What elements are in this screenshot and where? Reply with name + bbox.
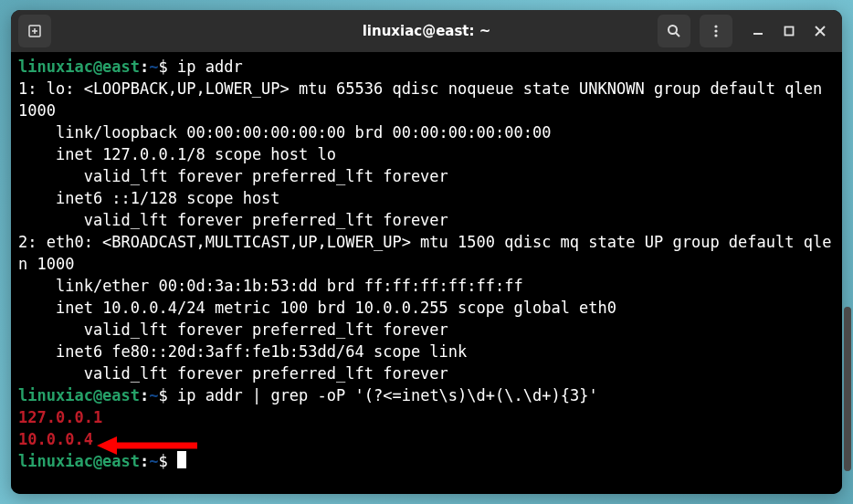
search-button[interactable] bbox=[658, 15, 690, 47]
minimize-button[interactable] bbox=[749, 22, 767, 40]
svg-point-7 bbox=[714, 34, 717, 37]
prompt-symbol: $ bbox=[159, 58, 177, 76]
svg-point-5 bbox=[714, 25, 717, 27]
output-line: valid_lft forever preferred_lft forever bbox=[18, 364, 448, 383]
titlebar: linuxiac@east: ~ bbox=[11, 10, 842, 52]
menu-icon bbox=[709, 24, 723, 38]
prompt-user-host: linuxiac@east bbox=[18, 386, 140, 404]
output-line: valid_lft forever preferred_lft forever bbox=[18, 211, 448, 229]
cursor bbox=[177, 451, 186, 468]
svg-point-6 bbox=[714, 29, 717, 32]
maximize-button[interactable] bbox=[780, 22, 798, 40]
output-line: valid_lft forever preferred_lft forever bbox=[18, 320, 448, 339]
prompt-symbol: $ bbox=[159, 452, 177, 470]
terminal-content[interactable]: linuxiac@east:~$ ip addr 1: lo: <LOOPBAC… bbox=[11, 52, 842, 494]
output-line: inet 127.0.0.1/8 scope host lo bbox=[18, 145, 336, 163]
output-line: inet6 ::1/128 scope host bbox=[18, 189, 280, 207]
svg-rect-9 bbox=[785, 27, 794, 36]
output-line: 2: eth0: <BROADCAST,MULTICAST,UP,LOWER_U… bbox=[18, 233, 831, 273]
minimize-icon bbox=[752, 25, 764, 37]
output-line: valid_lft forever preferred_lft forever bbox=[18, 167, 448, 185]
grep-result-1: 127.0.0.1 bbox=[18, 408, 102, 426]
titlebar-right bbox=[658, 15, 835, 47]
close-icon bbox=[814, 25, 827, 37]
prompt-sep: : bbox=[140, 58, 149, 76]
output-line: inet 10.0.0.4/24 metric 100 brd 10.0.0.2… bbox=[18, 299, 616, 317]
search-icon bbox=[667, 24, 681, 38]
prompt-path: ~ bbox=[149, 58, 158, 76]
output-line: link/loopback 00:00:00:00:00:00 brd 00:0… bbox=[18, 123, 551, 142]
svg-rect-8 bbox=[753, 33, 763, 35]
prompt-user-host: linuxiac@east bbox=[18, 452, 140, 470]
prompt-user-host: linuxiac@east bbox=[18, 58, 140, 76]
terminal-window: linuxiac@east: ~ linuxiac@east:~$ ip bbox=[11, 10, 842, 494]
window-title: linuxiac@east: ~ bbox=[363, 23, 491, 39]
output-line: inet6 fe80::20d:3aff:fe1b:53dd/64 scope … bbox=[18, 342, 467, 361]
svg-point-3 bbox=[669, 26, 677, 34]
close-button[interactable] bbox=[811, 22, 829, 40]
prompt-path: ~ bbox=[149, 386, 158, 404]
grep-result-2: 10.0.0.4 bbox=[18, 430, 93, 448]
new-tab-icon bbox=[27, 24, 42, 38]
output-line: link/ether 00:0d:3a:1b:53:dd brd ff:ff:f… bbox=[18, 277, 523, 295]
output-line: 1: lo: <LOOPBACK,UP,LOWER_UP> mtu 65536 … bbox=[18, 79, 831, 120]
svg-line-4 bbox=[676, 33, 679, 37]
prompt-path: ~ bbox=[149, 452, 158, 470]
menu-button[interactable] bbox=[700, 15, 732, 47]
prompt-sep: : bbox=[140, 386, 149, 404]
maximize-icon bbox=[783, 25, 795, 37]
prompt-sep: : bbox=[140, 452, 149, 470]
prompt-symbol: $ bbox=[159, 386, 177, 404]
new-tab-button[interactable] bbox=[18, 15, 51, 47]
command-2: ip addr | grep -oP '(?<=inet\s)\d+(\.\d+… bbox=[177, 386, 598, 404]
command-1: ip addr bbox=[177, 58, 243, 76]
window-controls bbox=[749, 22, 829, 40]
